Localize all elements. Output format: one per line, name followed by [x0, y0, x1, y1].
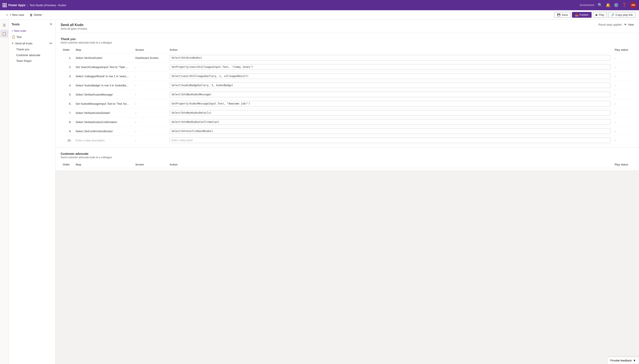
hamburger-icon[interactable]: ☰ [1, 21, 8, 29]
step-play-status: - [612, 99, 634, 108]
step-action-input[interactable] [169, 82, 610, 88]
section-title-thank-you: Thank you [61, 37, 634, 41]
table-row: 2.Set 'searchColleagueInput'.Text to "Ty… [61, 62, 634, 72]
step-order: 3. [61, 72, 73, 81]
step-action-cell[interactable] [167, 81, 612, 90]
play-button[interactable]: ▶ Play [593, 12, 607, 18]
step-action-cell[interactable] [167, 53, 612, 62]
col-header-action-2: Action [167, 162, 612, 168]
suite-group-label: Send all Kudo [15, 42, 33, 45]
search-icon[interactable]: 🔍 [598, 3, 602, 8]
save-button[interactable]: 💾 Save [554, 12, 571, 18]
step-action-input[interactable] [169, 55, 610, 60]
play-icon: ▶ [596, 13, 598, 16]
suite-group-header[interactable]: ▼ Send all Kudo ••• [9, 40, 55, 46]
step-order: 4. [61, 81, 73, 90]
col-header-action: Action [167, 47, 612, 53]
test-icon: 📋 [12, 35, 15, 38]
step-action-cell[interactable] [167, 90, 612, 99]
feedback-chevron: ▼ [633, 359, 636, 362]
settings-icon[interactable]: ⚙️ [614, 3, 618, 8]
plus-icon: ＋ [6, 13, 9, 17]
suite-group-more-button[interactable]: ••• [49, 42, 52, 45]
publish-button[interactable]: 📤 Publish [572, 12, 592, 18]
step-desc: Select 'btnNavKudosConfirmation' [73, 118, 133, 127]
step-action-input[interactable] [169, 101, 610, 106]
table-row: 8.Select 'btnNavKudosConfirmation'-- [61, 118, 634, 127]
step-action-input[interactable] [169, 73, 610, 79]
table-row: 6.Set 'kudosMessageInput'.Text to "Test … [61, 99, 634, 108]
env-label: Environment [580, 4, 594, 6]
section-subtitle-thank-you: Send customer advocate kudo to a colleag… [61, 41, 634, 44]
col-header-play-status: Play status [612, 47, 634, 53]
top-bar: Power Apps | Test Studio (Preview) - Kud… [0, 0, 639, 10]
step-action-input[interactable] [169, 128, 610, 134]
tests-icon[interactable]: 📋 [1, 30, 8, 38]
link-icon: 🔗 [611, 13, 614, 16]
step-action-input[interactable] [169, 119, 610, 125]
delete-button[interactable]: 🗑 Delete [28, 12, 44, 18]
help-icon[interactable]: ❓ [622, 3, 627, 8]
chevron-down-icon: ▼ [12, 42, 14, 44]
feedback-label: Provide feedback [610, 359, 632, 362]
step-action-cell[interactable] [167, 72, 612, 81]
step-action-cell[interactable]: Enter a step action [167, 136, 612, 145]
save-icon: 💾 [557, 13, 560, 16]
step-action-cell[interactable] [167, 108, 612, 118]
waffle-icon[interactable] [3, 3, 7, 7]
step-play-status: - [612, 108, 634, 118]
notification-icon[interactable]: 🔔 [606, 3, 610, 8]
step-desc: Set 'searchColleagueInput'.Text to "Tyle… [73, 62, 133, 72]
separator: | [27, 4, 28, 7]
publish-label: Publish [579, 13, 589, 16]
step-screen: - [133, 72, 167, 81]
add-suite-button[interactable]: + New suite [9, 28, 55, 34]
step-action-input[interactable] [169, 64, 610, 70]
test-case-panel: Send all Kudo Send all types of kudos Re… [56, 20, 639, 170]
step-desc: Select 'kudosBadge' in row 3 in 'kudosBa… [73, 81, 133, 90]
step-action-placeholder[interactable]: Enter a step action [169, 138, 610, 143]
step-action-input[interactable] [169, 92, 610, 97]
step-play-status: - [612, 136, 634, 145]
test-case-title: Send all Kudo [61, 23, 87, 27]
step-action-cell[interactable] [167, 62, 612, 72]
step-order: 7. [61, 108, 73, 118]
avatar[interactable]: AH [630, 2, 636, 8]
sidebar-item-team-player[interactable]: Team Player [9, 58, 55, 64]
step-action-cell[interactable] [167, 99, 612, 108]
copy-link-label: Copy play link [615, 13, 633, 16]
sidebar-item-customer-advocate[interactable]: Customer advocate [9, 52, 55, 58]
table-row: 10.Enter a step description-Enter a step… [61, 136, 634, 145]
sidebar-panel: Tests ✕ + New suite 📋 Test ▼ Send all Ku… [9, 20, 56, 364]
view-label: View [628, 23, 634, 26]
delete-icon: 🗑 [30, 13, 33, 17]
col-header-order-2: Order [61, 162, 73, 168]
sidebar-item-thank-you[interactable]: Thank you [9, 46, 55, 52]
play-label: Play [599, 13, 604, 16]
step-order: 1. [61, 53, 73, 62]
step-order: 2. [61, 62, 73, 72]
step-desc: Select 'btnConfirmSendKudos' [73, 127, 133, 136]
step-play-status: - [612, 118, 634, 127]
table-row: 9.Select 'btnConfirmSendKudos'-- [61, 127, 634, 136]
step-order: 6. [61, 99, 73, 108]
suite-group-send-kudo: ▼ Send all Kudo ••• Thank you Customer a… [9, 40, 55, 64]
sidebar-close-button[interactable]: ✕ [50, 22, 52, 26]
new-case-button[interactable]: ＋ + New case [4, 12, 26, 18]
step-play-status: - [612, 90, 634, 99]
step-action-cell[interactable] [167, 127, 612, 136]
table-row: 1.Select 'btnGiveKudos'Dashboard Screen- [61, 53, 634, 62]
section-thank-you: Thank you Send customer advocate kudo to… [56, 33, 639, 147]
sidebar-item-test[interactable]: 📋 Test [9, 34, 55, 40]
publish-icon: 📤 [575, 13, 578, 16]
step-play-status: - [612, 81, 634, 90]
step-action-cell[interactable] [167, 118, 612, 127]
view-button[interactable]: 👁 View [624, 23, 634, 26]
step-desc: Select 'colleagueResult' in row 1 in 'se… [73, 72, 133, 81]
provide-feedback-bar[interactable]: Provide feedback ▼ [607, 357, 639, 364]
step-action-input[interactable] [169, 110, 610, 116]
section-title-customer-advocate: Customer advocate [61, 152, 634, 156]
col-header-step: Step [73, 47, 133, 53]
copy-link-button[interactable]: 🔗 Copy play link [608, 12, 635, 18]
studio-title: Test Studio (Preview) - Kudos [30, 4, 66, 7]
